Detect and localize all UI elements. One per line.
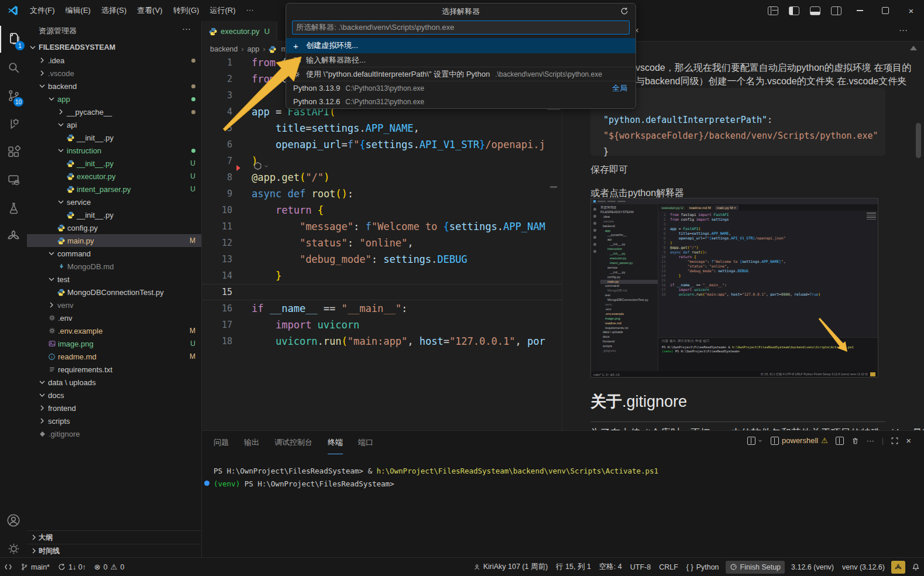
quickpick-item-2[interactable]: 输入解释器路径... <box>286 53 636 67</box>
git-status-badge: U <box>190 340 195 348</box>
panel-tab-输出[interactable]: 输出 <box>244 431 259 454</box>
kill-terminal-trash-icon[interactable] <box>851 437 859 445</box>
tree-item-readme.md[interactable]: readme.mdM <box>27 350 201 363</box>
breadcrumb-backend[interactable]: backend <box>210 45 238 53</box>
tree-item-scripts[interactable]: scripts <box>27 414 201 427</box>
tree-item-config.py[interactable]: config.py <box>27 221 201 234</box>
tree-item-.env[interactable]: .env <box>27 311 201 324</box>
tree-item-test[interactable]: test <box>27 273 201 286</box>
tree-item-.vscode[interactable]: .vscode <box>27 67 201 80</box>
breadcrumb-app[interactable]: app <box>247 45 259 53</box>
git-sync-status[interactable]: 1↓ 0↑ <box>54 561 90 574</box>
account-icon[interactable] <box>0 507 27 534</box>
source-control-icon[interactable]: 10 <box>0 82 27 109</box>
search-icon[interactable] <box>0 54 27 81</box>
tree-item-docs[interactable]: docs <box>27 389 201 402</box>
tree-item-MongoDB.md[interactable]: MongoDB.md <box>27 260 201 273</box>
outline-section[interactable]: 大纲 <box>27 530 201 544</box>
eol-status[interactable]: CRLF <box>655 561 682 574</box>
tree-item-image.png[interactable]: image.pngU <box>27 337 201 350</box>
preview-scrollbar[interactable] <box>916 123 921 158</box>
minimize-button[interactable] <box>847 0 873 21</box>
tree-item-.gitignore[interactable]: .gitignore <box>27 427 201 440</box>
menu-选择(S)[interactable]: 选择(S) <box>96 3 132 18</box>
menu-查看(V)[interactable]: 查看(V) <box>132 3 167 18</box>
tree-item-command[interactable]: command <box>27 247 201 260</box>
remote-explorer-icon[interactable] <box>0 166 27 193</box>
toggle-secondary-sidebar-icon[interactable] <box>831 6 841 15</box>
terminal-output[interactable]: PS H:\OwnProject\FilesReadSysteam> & h:\… <box>214 465 658 491</box>
quickpick-item-3[interactable]: 使用 \"python.defaultInterpreterPath\" 设置中… <box>286 67 636 81</box>
quickpick-item-4[interactable]: Python 3.13.9C:\Python313\python.exe全局 <box>286 81 636 95</box>
sidebar-more-icon[interactable]: ··· <box>182 23 191 33</box>
menu-···[interactable]: ··· <box>241 3 259 18</box>
tree-item-data \ uploads[interactable]: data \ uploads <box>27 376 201 389</box>
interpreter-input[interactable] <box>292 20 630 35</box>
tree-item-instruction[interactable]: instruction <box>27 144 201 157</box>
explorer-icon[interactable]: 1 <box>0 26 28 53</box>
indentation-status[interactable]: 空格: 4 <box>595 561 626 574</box>
tree-item-requirements.txt[interactable]: requirements.txt <box>27 363 201 376</box>
tree-item-service[interactable]: service <box>27 196 201 208</box>
tree-item-frontend[interactable]: frontend <box>27 402 201 414</box>
tree-item-.env.example[interactable]: .env.exampleM <box>27 324 201 337</box>
tree-root-FILESREADSYSTEAM[interactable]: FILESREADSYSTEAM <box>27 41 201 54</box>
tree-item-backend[interactable]: backend <box>27 80 201 92</box>
menu-运行(R)[interactable]: 运行(R) <box>204 3 241 18</box>
terminal-instance-tab[interactable]: powershell ⚠ <box>771 436 828 445</box>
tree-item-.idea[interactable]: .idea <box>27 54 201 67</box>
maximize-button[interactable] <box>873 0 898 21</box>
panel-tab-终端[interactable]: 终端 <box>328 431 343 454</box>
finish-setup-button[interactable]: Finish Setup <box>726 561 785 574</box>
tree-item-__init__.py[interactable]: __init__.py <box>27 208 201 221</box>
tree-item-intent_parser.py[interactable]: intent_parser.pyU <box>27 183 201 196</box>
timeline-section[interactable]: 时间线 <box>27 544 201 557</box>
tree-item-__init__.py[interactable]: __init__.pyU <box>27 157 201 170</box>
copilot-status-icon[interactable] <box>891 561 905 574</box>
maximize-panel-icon[interactable] <box>891 437 898 444</box>
language-mode[interactable]: { }Python <box>682 561 723 574</box>
git-branch-status[interactable]: main* <box>16 561 54 574</box>
testing-icon[interactable] <box>0 194 27 221</box>
encoding-status[interactable]: UTF-8 <box>626 561 655 574</box>
tree-item-label: __pycache__ <box>67 108 112 116</box>
refresh-icon[interactable] <box>620 7 628 15</box>
blame-info[interactable]: KiriAky 107 (1 周前) <box>469 561 552 574</box>
split-terminal-icon[interactable] <box>836 437 844 445</box>
tree-item-__init__.py[interactable]: __init__.py <box>27 131 201 144</box>
terminal-more-icon[interactable]: ··· <box>867 436 874 445</box>
panel-tab-问题[interactable]: 问题 <box>214 431 229 454</box>
panel-tab-调试控制台[interactable]: 调试控制台 <box>274 431 312 454</box>
tree-item-venv[interactable]: venv <box>27 299 201 311</box>
tab-executor-py[interactable]: executor.py U <box>202 21 277 42</box>
quickpick-item-5[interactable]: Python 3.12.6C:\Python312\python.exe <box>286 95 636 108</box>
toggle-panel-icon[interactable] <box>810 6 820 15</box>
extensions-icon[interactable] <box>0 138 27 165</box>
tree-item-MongoDBConnectionTest.py[interactable]: MongoDBConnectionTest.py <box>27 286 201 299</box>
tree-item-executor.py[interactable]: executor.pyU <box>27 170 201 183</box>
menu-文件(F)[interactable]: 文件(F) <box>25 3 60 18</box>
tree-item-api[interactable]: api <box>27 118 201 131</box>
tree-item-__pycache__[interactable]: __pycache__ <box>27 105 201 118</box>
venv-status[interactable]: venv (3.12.6) <box>838 561 889 574</box>
tree-item-main.py[interactable]: main.pyM <box>27 234 201 247</box>
menu-转到(G)[interactable]: 转到(G) <box>168 3 205 18</box>
run-debug-icon[interactable] <box>0 110 27 137</box>
close-panel-icon[interactable]: × <box>906 436 911 445</box>
cursor-position[interactable]: 行 15, 列 1 <box>552 561 595 574</box>
inline-chat-hint-icon[interactable] <box>253 162 269 170</box>
close-button[interactable]: × <box>898 0 924 21</box>
toggle-sidebar-icon[interactable] <box>789 6 799 15</box>
launch-profile-button[interactable] <box>747 437 763 445</box>
menu-编辑(E)[interactable]: 编辑(E) <box>60 3 96 18</box>
tree-item-app[interactable]: app <box>27 92 201 105</box>
customize-layout-icon[interactable] <box>768 6 778 15</box>
copilot-icon[interactable] <box>0 222 27 249</box>
editor-actions-more-icon[interactable]: ··· <box>899 25 908 35</box>
panel-tab-端口[interactable]: 端口 <box>358 431 373 454</box>
python-interpreter-status[interactable]: 3.12.6 (venv) <box>787 561 838 574</box>
quickpick-item-1[interactable]: +创建虚拟环境... <box>286 38 636 53</box>
notifications-bell-icon[interactable] <box>908 561 924 574</box>
problems-status[interactable]: ⊗0 ⚠0 <box>90 561 128 574</box>
remote-indicator[interactable] <box>0 561 16 574</box>
